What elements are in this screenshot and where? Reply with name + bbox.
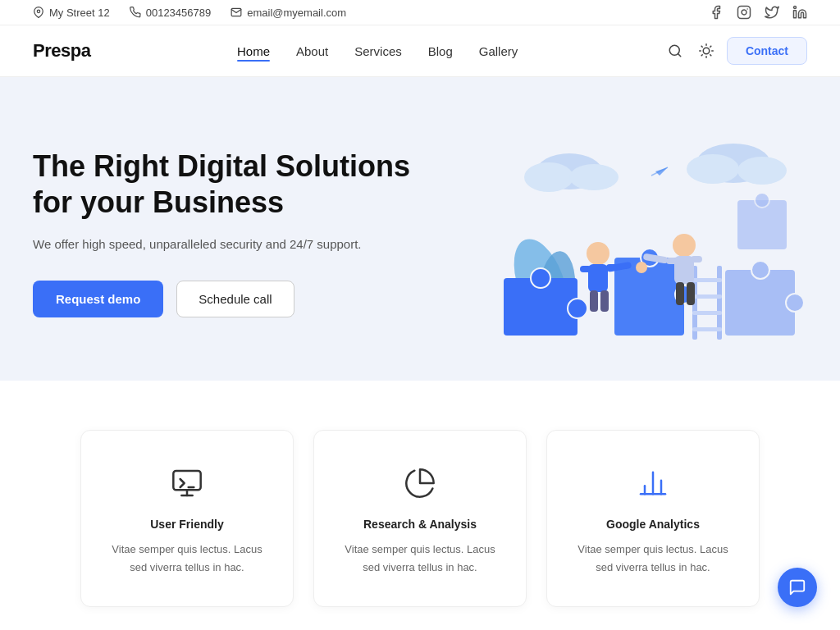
svg-point-50 (673, 234, 696, 257)
nav-services[interactable]: Services (354, 44, 402, 58)
contact-button[interactable]: Contact (727, 37, 807, 65)
phone-icon (130, 7, 141, 18)
svg-rect-54 (676, 282, 684, 305)
nav-actions: Contact (664, 37, 807, 65)
svg-point-34 (786, 294, 804, 312)
top-bar-left: My Street 12 00123456789 email@myemail.c… (33, 7, 346, 19)
sun-icon (699, 43, 714, 58)
address-text: My Street 12 (49, 7, 110, 19)
nav-home[interactable]: Home (237, 44, 270, 58)
chat-button[interactable] (778, 568, 817, 607)
svg-rect-47 (590, 290, 598, 312)
email-text: email@myemail.com (247, 7, 346, 19)
svg-point-33 (751, 261, 769, 279)
feature-desc-user-friendly: Vitae semper quis lectus. Lacus sed vive… (104, 541, 270, 577)
svg-rect-41 (692, 311, 722, 315)
svg-rect-48 (600, 290, 609, 312)
svg-point-36 (755, 193, 769, 208)
svg-point-7 (703, 48, 710, 54)
svg-point-28 (568, 299, 587, 318)
svg-rect-39 (692, 278, 722, 282)
feature-card-user-friendly: User Friendly Vitae semper quis lectus. … (80, 430, 294, 607)
linkedin-icon[interactable] (792, 5, 807, 20)
twitter-icon[interactable] (765, 5, 779, 20)
header: Prespa Home About Services Blog Gallery … (0, 25, 840, 77)
phone-text: 00123456789 (146, 7, 212, 19)
feature-card-research: Research & Analysis Vitae semper quis le… (313, 430, 527, 607)
svg-point-21 (737, 157, 787, 185)
analytics-icon (633, 463, 673, 503)
hero-illustration (463, 126, 807, 340)
chat-icon (788, 578, 806, 596)
svg-line-14 (701, 55, 702, 56)
email-icon (231, 7, 242, 18)
feature-desc-research: Vitae semper quis lectus. Lacus sed vive… (337, 541, 503, 577)
features-section: User Friendly Vitae semper quis lectus. … (0, 381, 840, 630)
feature-title-user-friendly: User Friendly (104, 518, 270, 531)
svg-line-15 (710, 46, 711, 47)
theme-toggle-button[interactable] (696, 40, 717, 62)
svg-rect-3 (794, 11, 797, 18)
svg-rect-40 (692, 294, 722, 299)
feature-title-analytics: Google Analytics (570, 518, 736, 531)
svg-rect-58 (173, 471, 200, 490)
feature-desc-analytics: Vitae semper quis lectus. Lacus sed vive… (570, 541, 736, 577)
main-nav: Home About Services Blog Gallery (237, 44, 518, 58)
hero-title: The Right Digital Solutions for your Bus… (33, 148, 427, 219)
feature-title-research: Research & Analysis (337, 518, 503, 531)
phone-item: 00123456789 (130, 7, 212, 19)
svg-rect-45 (580, 266, 591, 272)
hero-subtitle: We offer high speed, unparalleled securi… (33, 235, 427, 254)
request-demo-button[interactable]: Request demo (33, 281, 163, 317)
svg-rect-29 (614, 258, 684, 336)
svg-rect-42 (692, 327, 722, 331)
svg-line-6 (678, 53, 680, 56)
svg-rect-52 (666, 258, 678, 264)
svg-point-18 (569, 164, 619, 190)
location-icon (33, 7, 44, 18)
social-icons (709, 5, 807, 20)
address-item: My Street 12 (33, 7, 110, 19)
monitor-icon (167, 463, 207, 503)
logo: Prespa (33, 40, 90, 62)
email-item: email@myemail.com (231, 7, 346, 19)
hero-buttons: Request demo Schedule call (33, 281, 427, 317)
nav-about[interactable]: About (296, 44, 328, 58)
facebook-icon[interactable] (709, 5, 724, 20)
svg-line-10 (701, 46, 702, 47)
nav-gallery[interactable]: Gallery (479, 44, 518, 58)
instagram-icon[interactable] (737, 5, 751, 20)
schedule-call-button[interactable]: Schedule call (176, 281, 294, 317)
chart-pie-icon (400, 463, 440, 503)
feature-card-analytics: Google Analytics Vitae semper quis lectu… (546, 430, 760, 607)
svg-line-11 (710, 55, 711, 56)
svg-point-4 (794, 7, 797, 9)
search-icon (668, 43, 682, 58)
svg-rect-1 (738, 7, 751, 19)
svg-point-0 (37, 10, 40, 13)
svg-point-43 (587, 242, 609, 265)
top-bar: My Street 12 00123456789 email@myemail.c… (0, 0, 840, 25)
svg-rect-32 (725, 270, 795, 336)
hero-section: The Right Digital Solutions for your Bus… (0, 77, 840, 381)
svg-rect-55 (687, 282, 695, 305)
svg-rect-53 (691, 256, 702, 262)
svg-point-20 (687, 154, 739, 184)
svg-point-57 (636, 262, 647, 273)
svg-point-17 (524, 162, 573, 192)
hero-content: The Right Digital Solutions for your Bus… (33, 148, 427, 317)
svg-point-27 (531, 268, 550, 288)
search-button[interactable] (664, 40, 686, 62)
nav-blog[interactable]: Blog (428, 44, 453, 58)
